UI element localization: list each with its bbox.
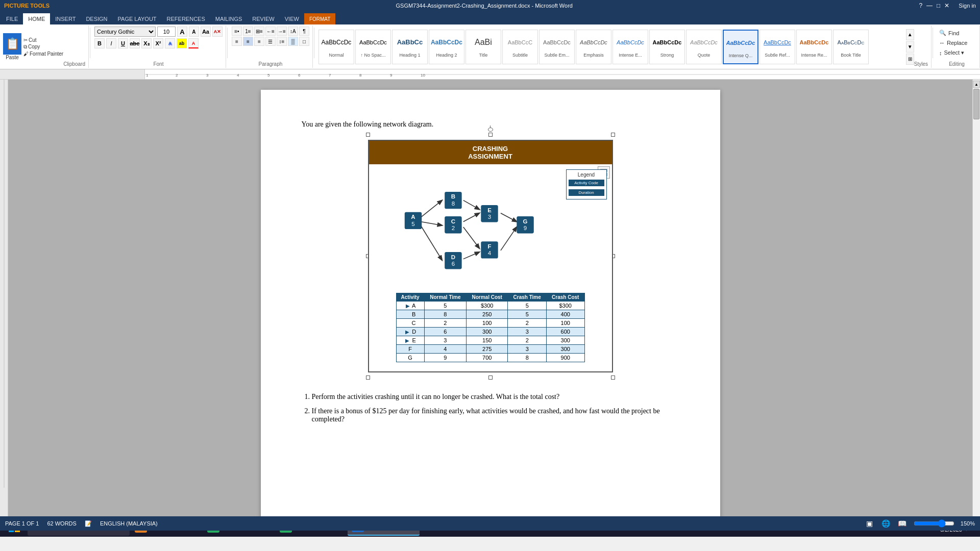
web-layout-button[interactable]: 🌐 — [881, 518, 891, 529]
tab-home[interactable]: HOME — [23, 13, 50, 24]
shading-button[interactable]: ▒ — [288, 37, 298, 46]
font-label: Font — [153, 60, 163, 67]
style-quote[interactable]: AaBbCcDc Quote — [686, 30, 722, 64]
style-subtle-ref[interactable]: AaBbCcDc Subtle Ref... — [760, 30, 795, 64]
diagram-container: CRASHING ASSIGNMENT — [368, 140, 613, 372]
tab-file[interactable]: FILE — [1, 13, 23, 24]
style-intense-re[interactable]: AaBbCcDc Intense Re... — [796, 30, 832, 64]
tab-design[interactable]: DESIGN — [81, 13, 112, 24]
cut-button[interactable]: ✂ Cut — [23, 37, 63, 43]
title-controls: ? — □ ✕ Sign in — [919, 2, 976, 9]
style-subtle-em[interactable]: AaBbCcDc Subtle Em... — [539, 30, 575, 64]
copy-button[interactable]: ⧉ Copy — [23, 44, 63, 50]
underline-button[interactable]: U — [118, 38, 128, 48]
rotation-handle[interactable] — [487, 126, 494, 132]
minimize-icon[interactable]: — — [926, 2, 933, 9]
expand-a[interactable]: ▶ — [405, 303, 411, 309]
text-effect-button[interactable]: A — [165, 38, 175, 48]
paste-button[interactable]: 📋 Paste — [3, 33, 21, 60]
resize-handle-br[interactable] — [611, 375, 615, 380]
crashing-table-container: Activity Normal Time Normal Cost Crash T… — [374, 293, 607, 362]
tab-references[interactable]: REFERENCES — [162, 13, 210, 24]
superscript-button[interactable]: X² — [153, 38, 163, 48]
tab-page-layout[interactable]: PAGE LAYOUT — [113, 13, 162, 24]
sign-in-button[interactable]: Sign in — [959, 3, 976, 9]
paragraph-group: ≡• 1≡ ⊞≡ ←≡ →≡ ↕A ¶ ≡ ≡ ≡ ☰ ↕≡ ▒ □ Parag… — [229, 26, 313, 68]
font-shrink-button[interactable]: A — [189, 27, 199, 37]
styles-scroll-down-button[interactable]: ▼ — [906, 41, 914, 53]
style-normal[interactable]: AaBbCcDc Normal — [318, 30, 354, 64]
tab-insert[interactable]: INSERT — [50, 13, 81, 24]
numbering-button[interactable]: 1≡ — [243, 27, 253, 36]
sort-button[interactable]: ↕A — [288, 27, 298, 36]
show-hide-button[interactable]: ¶ — [299, 27, 309, 36]
scroll-thumb[interactable] — [973, 89, 979, 119]
style-intense-e[interactable]: AaBbCcDc Intense E... — [612, 30, 648, 64]
svg-text:5: 5 — [267, 73, 270, 78]
style-book-title[interactable]: AaBbCcDc Book Title — [833, 30, 869, 64]
tab-mailings[interactable]: MAILINGS — [210, 13, 248, 24]
tab-view[interactable]: VIEW — [280, 13, 304, 24]
document-scroll[interactable]: You are given the following network diag… — [8, 80, 972, 537]
svg-line-17 — [421, 221, 442, 225]
scroll-bar[interactable]: ▲ — [972, 80, 980, 537]
resize-handle-bl[interactable] — [366, 375, 370, 380]
align-center-button[interactable]: ≡ — [243, 37, 253, 46]
diagram-body: A 5 B 8 C 2 — [369, 164, 612, 371]
increase-indent-button[interactable]: →≡ — [277, 27, 287, 36]
tab-format[interactable]: FORMAT — [304, 13, 335, 24]
style-strong[interactable]: AaBbCcDc Strong — [649, 30, 685, 64]
font-family-select[interactable]: Century Gothic — [94, 27, 156, 37]
print-layout-button[interactable]: ▣ — [865, 518, 875, 529]
text-highlight-button[interactable]: ab — [177, 38, 187, 48]
resize-handle-tr[interactable] — [611, 133, 615, 137]
font-size-input[interactable] — [157, 27, 176, 37]
replace-button[interactable]: ↔ Replace — [937, 39, 976, 47]
style-subtitle[interactable]: AaBbCcC Subtitle — [502, 30, 538, 64]
read-mode-button[interactable]: 📖 — [897, 518, 908, 529]
multilevel-button[interactable]: ⊞≡ — [254, 27, 264, 36]
line-spacing-button[interactable]: ↕≡ — [277, 37, 287, 46]
align-left-button[interactable]: ≡ — [232, 37, 242, 46]
decrease-indent-button[interactable]: ←≡ — [265, 27, 276, 36]
italic-button[interactable]: I — [106, 38, 116, 48]
zoom-level: 150% — [961, 520, 975, 527]
style-no-space[interactable]: AaBbCcDc ↑ No Spac... — [355, 30, 391, 64]
styles-expand-button[interactable]: ⊞ — [906, 54, 914, 65]
tab-review[interactable]: REVIEW — [247, 13, 279, 24]
resize-handle-tl[interactable] — [366, 133, 370, 137]
style-emphasis[interactable]: AaBbCcDc Emphasis — [576, 30, 611, 64]
maximize-icon[interactable]: □ — [937, 2, 940, 9]
subscript-button[interactable]: X₂ — [141, 38, 152, 48]
find-button[interactable]: 🔍 Find — [937, 29, 976, 37]
scroll-up-button[interactable]: ▲ — [973, 81, 980, 88]
diagram-area[interactable]: CRASHING ASSIGNMENT — [302, 135, 679, 378]
expand-e[interactable]: ▶ — [404, 338, 410, 343]
bullets-button[interactable]: ≡• — [232, 27, 242, 36]
style-title[interactable]: AaBi Title — [465, 30, 501, 64]
align-right-button[interactable]: ≡ — [254, 37, 264, 46]
change-case-button[interactable]: Aa — [201, 27, 211, 37]
diagram-wrapper[interactable]: CRASHING ASSIGNMENT — [368, 135, 613, 378]
spellcheck-icon[interactable]: 📝 — [85, 520, 92, 527]
borders-button[interactable]: □ — [299, 37, 309, 46]
expand-d[interactable]: ▶ — [404, 329, 410, 335]
zoom-slider[interactable] — [914, 520, 954, 527]
font-color-button[interactable]: A — [188, 38, 199, 48]
resize-handle-bm[interactable] — [488, 375, 493, 380]
font-grow-button[interactable]: A — [177, 27, 187, 37]
format-painter-button[interactable]: 🖌 Format Painter — [23, 51, 63, 57]
style-heading1[interactable]: AaBbCc Heading 1 — [392, 30, 428, 64]
style-intense-q[interactable]: AaBbCcDc Intense Q... — [723, 30, 758, 64]
style-heading2[interactable]: AaBbCcDc Heading 2 — [429, 30, 464, 64]
close-icon[interactable]: ✕ — [944, 2, 949, 9]
justify-button[interactable]: ☰ — [265, 37, 276, 46]
strikethrough-button[interactable]: abc — [130, 38, 140, 48]
clear-formatting-button[interactable]: A✕ — [212, 27, 223, 37]
sep2 — [227, 28, 228, 58]
resize-handle-tm[interactable] — [488, 133, 493, 137]
select-button[interactable]: ↕ Select ▾ — [937, 48, 976, 57]
bold-button[interactable]: B — [94, 38, 105, 48]
styles-scroll-up-button[interactable]: ▲ — [906, 29, 914, 40]
help-icon[interactable]: ? — [919, 2, 922, 9]
